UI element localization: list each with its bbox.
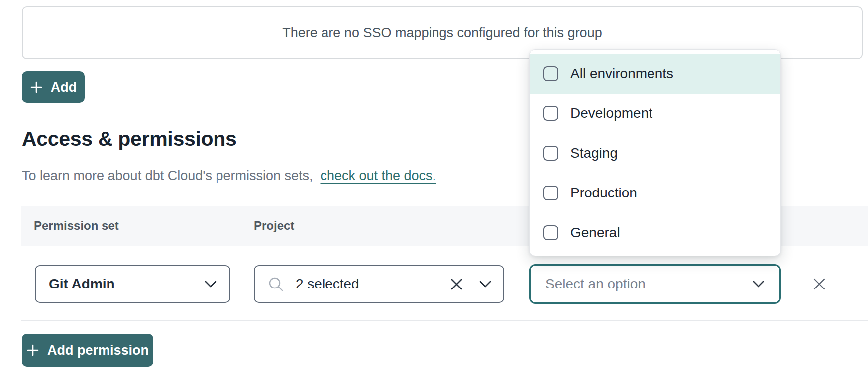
project-multiselect[interactable]: 2 selected <box>254 265 504 303</box>
add-permission-button[interactable]: Add permission <box>22 334 153 367</box>
dropdown-option-label: All environments <box>570 66 673 82</box>
remove-permission-row-button[interactable] <box>806 271 832 297</box>
search-icon <box>268 276 284 292</box>
sso-empty-message: There are no SSO mappings configured for… <box>282 25 602 41</box>
dropdown-option-general[interactable]: General <box>530 213 780 253</box>
checkbox-unchecked-icon[interactable] <box>543 106 558 121</box>
project-selected-count: 2 selected <box>296 276 359 292</box>
docs-link[interactable]: check out the docs. <box>320 168 436 183</box>
chevron-down-icon <box>479 281 491 288</box>
checkbox-unchecked-icon[interactable] <box>543 146 558 161</box>
dropdown-option-label: Production <box>570 185 637 201</box>
permissions-description: To learn more about dbt Cloud's permissi… <box>22 168 436 184</box>
checkbox-unchecked-icon[interactable] <box>543 186 558 200</box>
row-divider <box>21 320 868 321</box>
plus-icon <box>30 81 43 94</box>
checkbox-unchecked-icon[interactable] <box>543 225 558 240</box>
environment-placeholder: Select an option <box>545 276 646 292</box>
description-text: To learn more about dbt Cloud's permissi… <box>22 168 313 183</box>
add-sso-mapping-button[interactable]: Add <box>22 71 85 103</box>
clear-selection-icon[interactable] <box>450 278 463 291</box>
permission-set-select[interactable]: Git Admin <box>35 265 230 303</box>
chevron-down-icon <box>753 281 764 288</box>
permission-set-value: Git Admin <box>49 276 115 292</box>
dropdown-option-all-environments[interactable]: All environments <box>530 54 780 94</box>
plus-icon <box>26 344 39 357</box>
environment-select[interactable]: Select an option <box>529 264 781 304</box>
dropdown-option-label: Staging <box>570 145 618 161</box>
column-header-project: Project <box>254 219 294 233</box>
page-title: Access & permissions <box>22 127 237 151</box>
add-permission-button-label: Add permission <box>47 343 149 358</box>
dropdown-option-production[interactable]: Production <box>530 173 780 213</box>
environment-dropdown-menu: All environments Development Staging Pro… <box>529 49 781 256</box>
column-header-permission-set: Permission set <box>34 219 119 233</box>
dropdown-option-staging[interactable]: Staging <box>530 133 780 173</box>
dropdown-option-label: Development <box>570 105 652 121</box>
close-icon <box>811 276 827 292</box>
dropdown-option-label: General <box>570 225 620 241</box>
dropdown-option-development[interactable]: Development <box>530 94 780 133</box>
chevron-down-icon <box>205 281 217 288</box>
checkbox-unchecked-icon[interactable] <box>543 66 558 81</box>
group-settings-page: There are no SSO mappings configured for… <box>0 0 868 384</box>
add-button-label: Add <box>51 80 77 95</box>
